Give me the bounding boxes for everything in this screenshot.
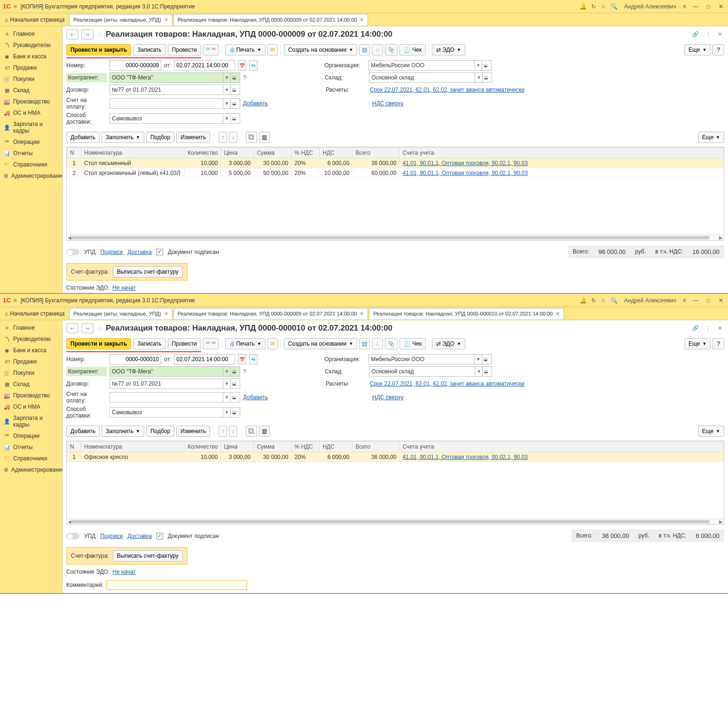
acc-link[interactable]: 41.01, 90.01.1, Оптовая торговля, 90.02.… — [402, 454, 528, 460]
nds-link[interactable]: НДС сверху — [372, 394, 403, 401]
sidebar-item-bank[interactable]: ◉Банк и касса — [0, 51, 62, 62]
max-button[interactable]: □ — [705, 3, 712, 10]
fill-button[interactable]: Заполнить▼ — [102, 426, 144, 437]
sidebar-item-warehouse[interactable]: ▦Склад — [0, 85, 62, 96]
raschety-link[interactable]: Срок 22.07.2021, 62.01, 62.02, зачет ава… — [370, 87, 524, 93]
podpisi-link[interactable]: Подписи — [100, 249, 123, 255]
sposob-field[interactable]: Самовывоз▼⬓ — [110, 407, 240, 418]
change-button[interactable]: Изменить — [176, 132, 210, 143]
col-n[interactable]: N — [67, 442, 81, 452]
doc-signed-checkbox[interactable]: ✓ — [157, 533, 163, 539]
sidebar-item-hr[interactable]: 👤Зарплата и кадры — [0, 118, 62, 136]
acc-link[interactable]: 41.01, 90.01.1, Оптовая торговля, 90.02.… — [402, 170, 528, 176]
history-icon[interactable]: ↻ — [591, 3, 596, 10]
col-acc[interactable]: Счета учета — [399, 148, 724, 158]
user-name[interactable]: Андрей Алексеевич — [624, 3, 676, 10]
save-button[interactable]: Записать — [133, 338, 165, 349]
tab-realizacia-list[interactable]: Реализация (акты, накладные, УПД) ✕ — [69, 14, 172, 25]
sidebar-item-purchases[interactable]: 🛒Покупки — [0, 73, 62, 85]
sposob-field[interactable]: Самовывоз▼⬓ — [110, 113, 240, 124]
close-icon[interactable]: ✕ — [716, 31, 724, 38]
sklad-field[interactable]: Основной склад▼⬓ — [369, 72, 492, 83]
forward-button[interactable]: → — [81, 323, 94, 333]
scroll-left-icon[interactable]: ◀ — [68, 519, 71, 524]
dogovor-field[interactable]: №77 от 01.07.2021▼⬓ — [110, 85, 240, 95]
write-invoice-button[interactable]: Выписать счет-фактуру — [113, 266, 183, 277]
org-field[interactable]: МебельРоссии ООО▼⬓ — [368, 354, 492, 364]
dostavka-link[interactable]: Доставка — [127, 533, 152, 539]
podpisi-link[interactable]: Подписи — [100, 533, 123, 539]
sidebar-item-hr[interactable]: 👤Зарплата и кадры — [0, 412, 62, 430]
col-sum[interactable]: Сумма — [254, 148, 291, 158]
col-total[interactable]: Всего — [352, 442, 399, 452]
sidebar-item-production[interactable]: 🏭Производство — [0, 390, 62, 401]
col-price[interactable]: Цена — [221, 148, 254, 158]
sidebar-item-production[interactable]: 🏭Производство — [0, 96, 62, 107]
sidebar-item-sales[interactable]: 🏷Продажи — [0, 356, 62, 367]
sync-icon[interactable]: ⇆ — [249, 354, 258, 364]
schet-oplata-field[interactable]: ▼⬓ — [110, 98, 240, 109]
settings-icon[interactable]: ≡ — [683, 297, 686, 304]
col-nds[interactable]: НДС — [320, 442, 352, 452]
dtkt-button[interactable]: ᴰᵗᴷᵗ — [203, 44, 219, 55]
sidebar-item-operations[interactable]: ᴰᴷОперации — [0, 430, 62, 442]
edo-status-link[interactable]: Не начат — [112, 284, 136, 291]
search-icon[interactable]: 🔍 — [611, 297, 618, 304]
acc-link[interactable]: 41.01, 90.01.1, Оптовая торговля, 90.02.… — [402, 160, 528, 166]
add-link[interactable]: Добавить — [243, 100, 268, 107]
close-icon[interactable]: ✕ — [716, 325, 724, 332]
link-icon[interactable]: 🔗 — [690, 31, 701, 38]
comment-field[interactable] — [106, 580, 247, 590]
check-button[interactable]: 🧾Чек — [399, 44, 426, 55]
table-row[interactable]: 2 Стол эргономичный (левый) х41.03Л 10,0… — [67, 168, 724, 178]
move-down-button[interactable]: ↓ — [229, 132, 237, 143]
more-button[interactable]: Еще▼ — [684, 44, 711, 55]
favorite-icon[interactable]: ☆ — [96, 30, 103, 39]
settings-icon[interactable]: ≡ — [683, 3, 686, 10]
list-button[interactable]: ▤ — [359, 44, 370, 55]
sidebar-item-bank[interactable]: ◉Банк и касса — [0, 345, 62, 356]
date-field[interactable] — [174, 354, 235, 364]
close-button[interactable]: ✕ — [717, 297, 725, 304]
col-nom[interactable]: Номенклатура — [81, 148, 185, 158]
user-name[interactable]: Андрей Алексеевич — [624, 297, 676, 304]
col-vat[interactable]: % НДС — [291, 148, 320, 158]
col-nom[interactable]: Номенклатура — [81, 442, 185, 452]
write-invoice-button[interactable]: Выписать счет-фактуру — [113, 550, 183, 561]
sidebar-item-admin[interactable]: ⚙Администрирование — [0, 464, 62, 475]
table-row[interactable]: 1 Офисное кресло 10,000 3 000,00 30 000,… — [67, 452, 724, 462]
create-based-button[interactable]: Создать на основании▼ — [284, 338, 357, 349]
tab-doc-9[interactable]: Реализация товаров: Накладная, УПД 0000-… — [173, 14, 368, 25]
raschety-link[interactable]: Срок 22.07.2021, 62.01, 62.02, зачет ава… — [370, 380, 524, 387]
upd-toggle[interactable] — [66, 533, 79, 539]
col-acc[interactable]: Счета учета — [399, 442, 724, 452]
help-icon[interactable]: ? — [243, 74, 246, 81]
org-field[interactable]: МебельРоссии ООО▼⬓ — [368, 60, 492, 71]
close-icon[interactable]: ✕ — [164, 311, 168, 317]
help-icon[interactable]: ? — [243, 368, 246, 375]
attach-button[interactable]: 📎 — [385, 338, 398, 349]
related-button[interactable]: ⛬ — [372, 338, 383, 349]
tab-doc-9[interactable]: Реализация товаров: Накладная, УПД 0000-… — [173, 308, 368, 319]
sidebar-item-manager[interactable]: 〽Руководителю — [0, 333, 62, 345]
tab-doc-10[interactable]: Реализация товаров: Накладная, УПД 0000-… — [369, 308, 564, 319]
scroll-left-icon[interactable]: ◀ — [68, 235, 71, 240]
sidebar-item-assets[interactable]: 🚚ОС и НМА — [0, 107, 62, 118]
sidebar-item-reports[interactable]: 📊Отчеты — [0, 148, 62, 159]
table-more-button[interactable]: Еще▼ — [698, 426, 724, 437]
back-button[interactable]: ← — [66, 29, 78, 40]
print-button[interactable]: 🖨Печать▼ — [225, 338, 266, 349]
date-field[interactable] — [174, 60, 235, 71]
move-down-button[interactable]: ↓ — [229, 426, 237, 437]
select-button[interactable]: Подбор — [146, 426, 174, 437]
menu-icon[interactable]: ≡ — [14, 3, 17, 10]
move-up-button[interactable]: ↑ — [219, 132, 227, 143]
col-n[interactable]: N — [67, 148, 81, 158]
max-button[interactable]: □ — [705, 297, 712, 304]
menu-icon[interactable]: ≡ — [14, 297, 17, 304]
favorite-icon[interactable]: ☆ — [96, 324, 103, 333]
doc-signed-checkbox[interactable]: ✓ — [157, 249, 163, 255]
sync-icon[interactable]: ⇆ — [249, 60, 258, 71]
sidebar-item-sales[interactable]: 🏷Продажи — [0, 62, 62, 73]
add-row-button[interactable]: Добавить — [66, 426, 100, 437]
